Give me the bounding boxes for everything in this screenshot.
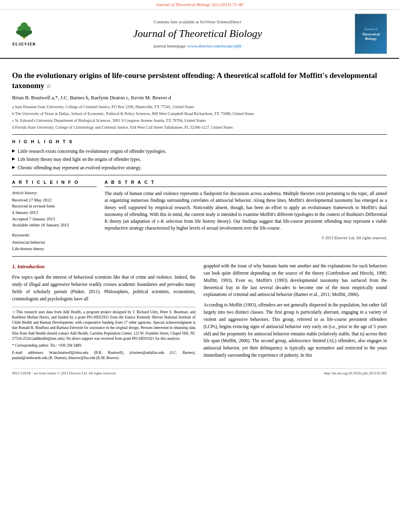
intro-para-2: grappled with the issue of why humans ha…: [204, 263, 387, 298]
highlight-item-3: ▶ Chronic offending may represent an evo…: [12, 164, 387, 171]
body-two-col: 1. Introduction Few topics spark the int…: [12, 263, 387, 362]
accepted-date: Accepted 7 January 2013: [12, 216, 97, 222]
arrow-icon-3: ▶: [12, 164, 15, 170]
footnote-corresponding: * Corresponding author. Tel.: +936 294 3…: [12, 343, 195, 348]
arrow-icon-1: ▶: [12, 148, 15, 154]
footnotes-section: ☆This research uses data from Add Health…: [12, 307, 195, 361]
bottom-bar: 0022-5193/$ - see front matter © 2013 El…: [12, 368, 387, 376]
body-col-right: grappled with the issue of why humans ha…: [204, 263, 387, 362]
elsevier-logo-section: ELSEVIER: [8, 21, 40, 47]
article-history: Article history: Received 17 May 2012 Re…: [12, 190, 97, 228]
highlight-item-1: ▶ Little research exists concerning the …: [12, 148, 387, 154]
main-content: On the evolutionary origins of life-cour…: [0, 59, 399, 382]
keywords-label: Keywords:: [12, 232, 97, 238]
homepage-url[interactable]: www.elsevier.com/locate/yjtbi: [188, 43, 242, 48]
svg-point-5: [18, 26, 24, 31]
revised-label: Received in revised form: [12, 203, 97, 210]
divider-1: [12, 134, 387, 135]
affil-b: b The University of Texas at Dallas, Sch…: [12, 111, 387, 117]
highlights-title: H I G H L I G H T S: [12, 139, 387, 145]
affil-c: c St. Edward's University Department of …: [12, 117, 387, 123]
article-info-column: A R T I C L E I N F O Article history: R…: [12, 179, 97, 253]
cover-title-line1: TheoreticalBiology: [362, 32, 380, 41]
journal-cover-thumbnail: Journal of TheoreticalBiology: [355, 14, 387, 54]
divider-2: [12, 175, 387, 175]
footnote-star: ☆This research uses data from Add Health…: [12, 310, 195, 342]
journal-header: ELSEVIER Contents lists available at Sci…: [0, 10, 399, 59]
footnote-emails: E-mail addresses: brian.boutwell@shsu.ed…: [12, 350, 195, 361]
issn-text: 0022-5193/$ - see front matter © 2013 El…: [12, 371, 116, 376]
body-section: 1. Introduction Few topics spark the int…: [12, 263, 387, 362]
elsevier-tree-icon: [12, 21, 36, 41]
section-1-title: 1. Introduction: [12, 263, 195, 271]
revised-date: 4 January 2013: [12, 210, 97, 216]
authors-line: Brian B. Boutwell a,*, J.C. Barnes b, Ra…: [12, 94, 387, 101]
history-label: Article history:: [12, 190, 97, 196]
abstract-text: The study of human crime and violence re…: [105, 190, 387, 232]
svg-point-6: [25, 26, 31, 31]
online-date: Available online 16 January 2013: [12, 222, 97, 228]
highlights-section: H I G H L I G H T S ▶ Little research ex…: [12, 139, 387, 171]
keyword-2: Life-history theory: [12, 246, 97, 252]
abstract-column: A B S T R A C T The study of human crime…: [105, 179, 387, 253]
article-info-title: A R T I C L E I N F O: [12, 179, 97, 187]
copyright-notice: © 2013 Elsevier Ltd. All rights reserved…: [105, 235, 387, 241]
keyword-1: Antisocial behavior: [12, 240, 97, 246]
keywords-section: Keywords: Antisocial behavior Life-histo…: [12, 232, 97, 252]
homepage-link: journal homepage: www.elsevier.com/locat…: [40, 43, 355, 49]
abstract-title: A B S T R A C T: [105, 179, 387, 187]
elsevier-logo: ELSEVIER: [8, 21, 40, 47]
doi-text: http://dx.doi.org/10.1016/j.jtbi.2013.01…: [324, 371, 387, 376]
title-star: ☆: [46, 83, 51, 89]
journal-citation-bar: Journal of Theoretical Biology 322 (2013…: [0, 0, 399, 10]
journal-cover-image: Journal of TheoreticalBiology: [355, 14, 391, 54]
highlight-item-2: ▶ Life history theory may shed light on …: [12, 156, 387, 162]
elsevier-wordmark: ELSEVIER: [12, 41, 36, 47]
divider-3: [12, 256, 387, 257]
journal-title-header: Journal of Theoretical Biology: [40, 27, 355, 41]
journal-citation: Journal of Theoretical Biology 322 (2013…: [156, 2, 243, 7]
sciverse-link: Contents lists available at SciVerse Sci…: [40, 19, 355, 25]
affil-d: d Florida State University, College of C…: [12, 124, 387, 130]
body-col-left: 1. Introduction Few topics spark the int…: [12, 263, 195, 362]
journal-header-center: Contents lists available at SciVerse Sci…: [40, 19, 355, 49]
affil-a: a Sam Houston State University, College …: [12, 104, 387, 110]
article-title: On the evolutionary origins of life-cour…: [12, 71, 387, 90]
intro-para-1: Few topics spark the interest of behavio…: [12, 274, 195, 302]
intro-para-3: According to Moffitt (1993), offenders a…: [204, 302, 387, 359]
received-date: Received 17 May 2012: [12, 197, 97, 203]
article-info-abstract-section: A R T I C L E I N F O Article history: R…: [12, 179, 387, 253]
arrow-icon-2: ▶: [12, 156, 15, 162]
affiliations: a Sam Houston State University, College …: [12, 104, 387, 130]
